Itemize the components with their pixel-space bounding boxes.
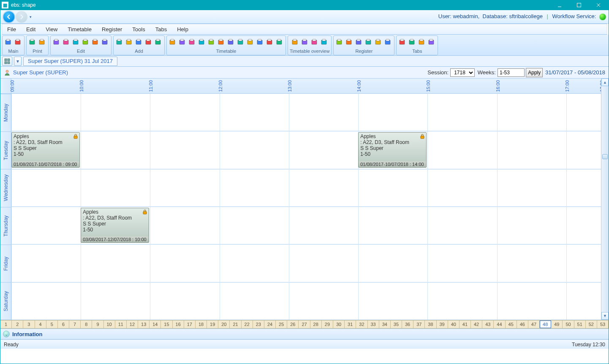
menu-timetable[interactable]: Timetable [63,24,97,34]
week-13[interactable]: 13 [138,321,150,328]
ribbon-register-btn-0[interactable] [335,38,344,46]
weeks-input[interactable] [498,68,525,77]
ribbon-add-btn-3[interactable] [144,38,153,46]
close-button[interactable] [589,0,608,10]
tab-dropdown-button[interactable]: ▾ [14,57,22,66]
week-42[interactable]: 42 [471,321,482,328]
ribbon-edit-btn-1[interactable] [62,38,71,46]
week-21[interactable]: 21 [230,321,241,328]
day-row-friday[interactable] [11,244,602,282]
week-6[interactable]: 6 [58,321,69,328]
ribbon-ttoverview-btn-0[interactable] [291,38,299,46]
ribbon-add-btn-1[interactable] [125,38,133,46]
ribbon-tabs-btn-0[interactable] [398,38,407,46]
week-22[interactable]: 22 [242,321,253,328]
ribbon-ttoverview-btn-1[interactable] [301,38,309,46]
document-tab-active[interactable]: Super Super (SUPER) 31 Jul 2017 [23,57,117,66]
ribbon-edit-btn-2[interactable] [72,38,80,46]
week-15[interactable]: 15 [161,321,172,328]
scroll-up-button[interactable]: ▲ [601,79,609,86]
menu-file[interactable]: File [2,24,21,34]
ribbon-add-btn-0[interactable] [115,38,124,46]
week-50[interactable]: 50 [563,321,574,328]
ribbon-register-btn-1[interactable] [345,38,353,46]
timetable-grid[interactable]: 09:0010:0011:0012:0013:0014:0015:0016:00… [11,79,602,320]
apply-button[interactable]: Apply [526,68,543,77]
week-27[interactable]: 27 [299,321,310,328]
week-46[interactable]: 46 [517,321,528,328]
week-24[interactable]: 24 [264,321,276,328]
week-26[interactable]: 26 [287,321,299,328]
week-9[interactable]: 9 [92,321,103,328]
week-8[interactable]: 8 [81,321,92,328]
minimize-button[interactable] [550,0,569,10]
day-row-tuesday[interactable] [11,131,602,169]
ribbon-timetable-btn-3[interactable] [198,38,206,46]
ribbon-timetable-btn-2[interactable] [188,38,196,46]
week-18[interactable]: 18 [196,321,207,328]
ribbon-print-btn-1[interactable] [38,38,46,46]
maximize-button[interactable] [569,0,589,10]
week-28[interactable]: 28 [310,321,322,328]
ribbon-timetable-btn-5[interactable] [217,38,226,46]
week-35[interactable]: 35 [391,321,402,328]
week-25[interactable]: 25 [276,321,287,328]
week-1[interactable]: 1 [0,321,12,328]
week-51[interactable]: 51 [574,321,586,328]
week-48[interactable]: 48 [540,321,551,328]
week-45[interactable]: 45 [506,321,517,328]
tab-tile-view-button[interactable] [2,57,12,66]
week-47[interactable]: 47 [528,321,540,328]
week-53[interactable]: 53 [597,321,609,328]
week-12[interactable]: 12 [127,321,138,328]
ribbon-timetable-btn-0[interactable] [169,38,177,46]
week-39[interactable]: 39 [437,321,448,328]
week-14[interactable]: 14 [150,321,161,328]
week-23[interactable]: 23 [253,321,264,328]
ribbon-tabs-btn-2[interactable] [418,38,426,46]
ribbon-timetable-btn-8[interactable] [246,38,255,46]
week-20[interactable]: 20 [218,321,230,328]
week-49[interactable]: 49 [551,321,563,328]
vertical-scrollbar[interactable]: ▲ ▼ [601,79,609,320]
menu-view[interactable]: View [41,24,63,34]
event-block[interactable]: Apples : A22, D3, Staff RoomS S Super1-5… [358,132,427,167]
week-11[interactable]: 11 [115,321,127,328]
menu-register[interactable]: Register [97,24,127,34]
session-select[interactable]: 1718 [450,68,475,77]
ribbon-timetable-btn-6[interactable] [227,38,235,46]
event-block[interactable]: Apples : A22, D3, Staff RoomS S Super1-5… [11,132,80,167]
week-40[interactable]: 40 [448,321,459,328]
week-3[interactable]: 3 [23,321,35,328]
week-17[interactable]: 17 [184,321,196,328]
week-19[interactable]: 19 [207,321,218,328]
ribbon-register-btn-2[interactable] [355,38,363,46]
week-44[interactable]: 44 [494,321,505,328]
ribbon-timetable-btn-7[interactable] [237,38,245,46]
information-panel-header[interactable]: ⌄ Information [0,329,609,340]
ribbon-register-btn-3[interactable] [364,38,373,46]
ribbon-tabs-btn-3[interactable] [427,38,436,46]
nav-back-button[interactable] [3,11,15,23]
day-row-wednesday[interactable] [11,169,602,207]
ribbon-add-btn-2[interactable] [135,38,143,46]
day-row-monday[interactable] [11,94,602,131]
ribbon-tabs-btn-1[interactable] [408,38,416,46]
ribbon-timetable-btn-9[interactable] [256,38,264,46]
ribbon-add-btn-4[interactable] [154,38,163,46]
scroll-down-button[interactable]: ▼ [601,312,609,320]
ribbon-edit-btn-0[interactable] [52,38,61,46]
week-31[interactable]: 31 [345,321,356,328]
day-row-saturday[interactable] [11,283,602,320]
week-30[interactable]: 30 [333,321,345,328]
week-38[interactable]: 38 [425,321,436,328]
menu-help[interactable]: Help [172,24,193,34]
week-34[interactable]: 34 [379,321,391,328]
week-41[interactable]: 41 [459,321,471,328]
ribbon-print-btn-0[interactable] [28,38,37,46]
ribbon-register-btn-4[interactable] [374,38,383,46]
ribbon-main-btn-0[interactable] [4,38,13,46]
ribbon-ttoverview-btn-3[interactable] [320,38,329,46]
ribbon-register-btn-5[interactable] [384,38,392,46]
menu-tabs[interactable]: Tabs [150,24,172,34]
